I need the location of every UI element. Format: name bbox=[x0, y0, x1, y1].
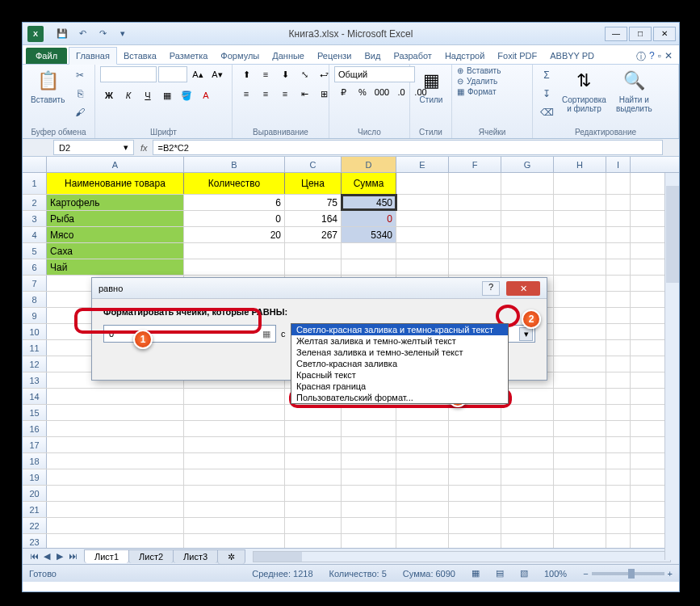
sheet-nav-prev-icon[interactable]: ◀ bbox=[40, 551, 53, 562]
row-header[interactable]: 22 bbox=[23, 518, 47, 533]
cell[interactable] bbox=[606, 308, 631, 323]
tab-layout[interactable]: Разметка bbox=[163, 48, 215, 64]
tab-data[interactable]: Данные bbox=[266, 48, 311, 64]
autosum-icon[interactable]: Σ bbox=[538, 66, 555, 84]
window-restore-icon[interactable]: ▫ bbox=[658, 50, 661, 64]
zoom-in-icon[interactable]: + bbox=[668, 569, 673, 579]
select-all-corner[interactable] bbox=[23, 157, 47, 172]
cell[interactable] bbox=[396, 227, 449, 242]
cell[interactable] bbox=[501, 211, 554, 226]
cell[interactable] bbox=[554, 173, 606, 194]
cell[interactable] bbox=[501, 421, 554, 436]
row-header[interactable]: 8 bbox=[23, 292, 47, 307]
cell[interactable] bbox=[184, 405, 285, 420]
row-header[interactable]: 14 bbox=[23, 389, 47, 404]
grow-font-icon[interactable]: A▴ bbox=[189, 66, 207, 82]
row-header[interactable]: 18 bbox=[23, 453, 47, 469]
cell[interactable] bbox=[184, 518, 285, 533]
cell[interactable] bbox=[606, 405, 631, 420]
cell[interactable] bbox=[396, 243, 449, 259]
cell[interactable]: Рыба bbox=[47, 211, 184, 226]
font-name-select[interactable] bbox=[100, 66, 157, 82]
cell[interactable] bbox=[501, 534, 554, 548]
cell[interactable] bbox=[554, 292, 606, 307]
dropdown-item[interactable]: Светло-красная заливка bbox=[291, 358, 508, 369]
cell[interactable] bbox=[449, 227, 501, 242]
clear-icon[interactable]: ⌫ bbox=[538, 103, 555, 121]
col-header-C[interactable]: C bbox=[285, 157, 342, 172]
sheet-tab-2[interactable]: Лист2 bbox=[128, 549, 174, 563]
sheet-nav-first-icon[interactable]: ⏮ bbox=[27, 551, 40, 562]
cell[interactable] bbox=[501, 173, 554, 194]
cell[interactable] bbox=[396, 173, 449, 194]
tab-review[interactable]: Рецензи bbox=[311, 48, 358, 64]
cell[interactable] bbox=[606, 421, 631, 436]
cell[interactable] bbox=[396, 469, 449, 485]
cell[interactable] bbox=[342, 502, 396, 517]
cell[interactable] bbox=[396, 211, 449, 226]
tab-foxit[interactable]: Foxit PDF bbox=[491, 48, 543, 64]
cell[interactable] bbox=[449, 195, 501, 210]
cell[interactable] bbox=[554, 534, 606, 548]
cell[interactable] bbox=[47, 437, 184, 452]
qat-dropdown-icon[interactable]: ▾ bbox=[114, 26, 132, 42]
cell[interactable] bbox=[396, 195, 449, 210]
equals-value-input[interactable]: 0 ▦ bbox=[103, 325, 276, 343]
cell[interactable] bbox=[554, 518, 606, 533]
row-header[interactable]: 10 bbox=[23, 324, 47, 339]
dropdown-item[interactable]: Зеленая заливка и темно-зеленый текст bbox=[291, 347, 508, 358]
border-icon[interactable]: ▦ bbox=[158, 87, 176, 103]
comma-icon[interactable]: 000 bbox=[373, 84, 391, 100]
redo-icon[interactable]: ↷ bbox=[94, 26, 111, 42]
decrease-indent-icon[interactable]: ⇤ bbox=[296, 86, 313, 102]
col-header-F[interactable]: F bbox=[449, 157, 501, 172]
tab-developer[interactable]: Разработ bbox=[387, 48, 438, 64]
cell[interactable] bbox=[606, 211, 631, 226]
cell[interactable] bbox=[396, 421, 449, 436]
cell[interactable] bbox=[606, 340, 631, 356]
cell[interactable] bbox=[554, 389, 606, 404]
orientation-icon[interactable]: ⤡ bbox=[296, 66, 313, 82]
format-cells-button[interactable]: ▦Формат bbox=[457, 87, 501, 96]
format-painter-icon[interactable]: 🖌 bbox=[71, 103, 89, 121]
cell[interactable] bbox=[554, 453, 606, 469]
cell[interactable] bbox=[342, 469, 396, 485]
cell[interactable] bbox=[606, 259, 631, 275]
cell[interactable] bbox=[606, 292, 631, 307]
cell[interactable] bbox=[501, 469, 554, 485]
cell[interactable] bbox=[449, 211, 501, 226]
cell[interactable]: Саха bbox=[47, 243, 184, 259]
row-header[interactable]: 20 bbox=[23, 486, 47, 501]
delete-cells-button[interactable]: ⊖Удалить bbox=[457, 77, 501, 86]
dropdown-item[interactable]: Светло-красная заливка и темно-красный т… bbox=[291, 324, 508, 335]
percent-icon[interactable]: % bbox=[354, 84, 371, 100]
cell[interactable] bbox=[396, 486, 449, 501]
cut-icon[interactable]: ✂ bbox=[71, 66, 89, 84]
cell[interactable]: 75 bbox=[285, 195, 342, 210]
cell[interactable] bbox=[47, 405, 184, 420]
cell[interactable] bbox=[396, 453, 449, 469]
view-layout-icon[interactable]: ▤ bbox=[496, 568, 504, 579]
close-button[interactable]: ✕ bbox=[653, 27, 676, 41]
cell[interactable] bbox=[396, 534, 449, 548]
cell[interactable]: 0 bbox=[184, 211, 285, 226]
row-header[interactable]: 17 bbox=[23, 437, 47, 452]
cell[interactable] bbox=[501, 437, 554, 452]
align-center-icon[interactable]: ≡ bbox=[257, 86, 275, 102]
align-middle-icon[interactable]: ≡ bbox=[257, 66, 275, 82]
cell[interactable] bbox=[554, 243, 606, 259]
dialog-help-button[interactable]: ? bbox=[482, 281, 500, 296]
cell[interactable] bbox=[606, 453, 631, 469]
shrink-font-icon[interactable]: A▾ bbox=[208, 66, 226, 82]
cell[interactable]: Количество bbox=[184, 173, 285, 194]
row-header[interactable]: 7 bbox=[23, 276, 47, 291]
cell[interactable]: Наименование товара bbox=[47, 173, 184, 194]
cell[interactable] bbox=[606, 486, 631, 501]
cell[interactable] bbox=[285, 486, 342, 501]
cell[interactable] bbox=[184, 437, 285, 452]
col-header-A[interactable]: A bbox=[47, 157, 184, 172]
row-header[interactable]: 12 bbox=[23, 356, 47, 372]
cell[interactable] bbox=[606, 276, 631, 291]
cell[interactable] bbox=[554, 356, 606, 372]
cell[interactable] bbox=[606, 324, 631, 339]
